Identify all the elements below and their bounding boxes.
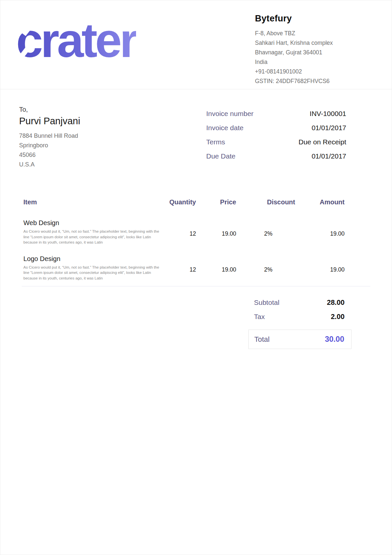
invoice-date-value: 01/01/2017 [312, 123, 346, 133]
subtotal-label: Subtotal [254, 298, 279, 307]
column-header-item: Item [23, 198, 37, 206]
subtotal-value: 28.00 [327, 298, 345, 307]
customer-name: Purvi Panjvani [19, 116, 80, 127]
item-description: As Cicero would put it, “Um, not so fast… [22, 265, 163, 281]
totals-section: Subtotal 28.00 Tax 2.00 Total 30.00 [0, 298, 392, 349]
item-amount: 19.00 [330, 266, 345, 273]
tax-label: Tax [254, 312, 265, 322]
item-amount: 19.00 [330, 230, 345, 237]
terms-value: Due on Receipt [298, 137, 346, 147]
terms-row: Terms Due on Receipt [206, 137, 346, 147]
tax-row: Tax 2.00 [242, 312, 370, 322]
item-quantity: 12 [190, 230, 196, 237]
item-price: 19.00 [222, 266, 236, 273]
logo-stencil-cut [14, 46, 31, 65]
crater-logo: crater [16, 20, 136, 61]
customer-address-line: 45066 [19, 150, 80, 160]
company-address-line: Bhavnagar, Gujrat 364001 [255, 48, 369, 57]
item-price: 19.00 [222, 230, 236, 237]
column-header-price: Price [220, 198, 236, 206]
items-table-header: Item Quantity Price Discount Amount [22, 198, 370, 208]
logo-stencil-cut [139, 35, 154, 53]
due-date-row: Due Date 01/01/2017 [206, 151, 346, 161]
item-name: Web Design [22, 219, 370, 227]
invoice-number-label: Invoice number [206, 108, 254, 119]
company-info: Bytefury F-8, Above TBZ Sahkari Hart, Kr… [255, 12, 369, 86]
tax-value: 2.00 [331, 312, 345, 322]
bill-to-block: To, Purvi Panjvani 7884 Bunnel Hill Road… [19, 106, 80, 169]
logo-stencil-cut [22, 17, 38, 36]
invoice-date-row: Invoice date 01/01/2017 [206, 123, 346, 133]
invoice-date-label: Invoice date [206, 123, 243, 133]
customer-address-line: 7884 Bunnel Hill Road [19, 131, 80, 141]
subtotal-row: Subtotal 28.00 [242, 298, 370, 307]
company-address-line: Sahkari Hart, Krishna complex [255, 38, 369, 48]
company-address-line: F-8, Above TBZ [255, 29, 369, 38]
table-row: Logo Design As Cicero would put it, “Um,… [22, 255, 370, 281]
item-description: As Cicero would put it, “Um, not so fast… [22, 229, 163, 245]
customer-address-line: Springboro [19, 141, 80, 150]
item-discount: 2% [264, 266, 272, 273]
column-header-quantity: Quantity [169, 198, 196, 206]
item-quantity: 12 [190, 266, 196, 273]
company-phone: +91-08141901002 [255, 67, 369, 76]
billing-section: To, Purvi Panjvani 7884 Bunnel Hill Road… [0, 89, 392, 169]
bill-to-label: To, [19, 106, 80, 113]
invoice-number-row: Invoice number INV-100001 [206, 108, 346, 119]
company-gstin: GSTIN: 24DDF7682FHVCS6 [255, 76, 369, 86]
due-date-value: 01/01/2017 [312, 151, 346, 161]
table-row: Web Design As Cicero would put it, “Um, … [22, 219, 370, 245]
item-discount: 2% [264, 230, 272, 237]
total-box: Total 30.00 [248, 330, 351, 349]
total-label: Total [254, 335, 269, 344]
column-header-discount: Discount [267, 198, 295, 206]
items-table: Item Quantity Price Discount Amount Web … [0, 198, 392, 286]
header: crater Bytefury F-8, Above TBZ Sahkari H… [0, 0, 392, 89]
invoice-meta-block: Invoice number INV-100001 Invoice date 0… [206, 106, 346, 169]
total-value: 30.00 [325, 335, 344, 344]
invoice-number-value: INV-100001 [310, 108, 346, 119]
due-date-label: Due Date [206, 151, 236, 161]
item-name: Logo Design [22, 255, 370, 263]
company-name: Bytefury [255, 14, 369, 24]
table-bottom-divider [22, 286, 370, 286]
terms-label: Terms [206, 137, 225, 147]
invoice-page: crater Bytefury F-8, Above TBZ Sahkari H… [0, 0, 392, 555]
customer-address-line: U.S.A [19, 160, 80, 169]
company-address-line: India [255, 57, 369, 67]
column-header-amount: Amount [320, 198, 345, 206]
